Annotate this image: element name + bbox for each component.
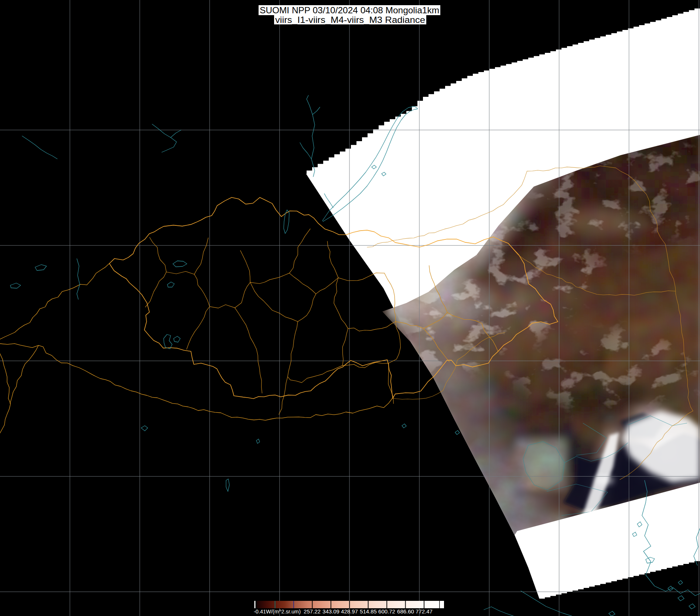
svg-text:SUOMI NPP 03/10/2024 04:08 Mon: SUOMI NPP 03/10/2024 04:08 Mongolia1km bbox=[260, 5, 439, 15]
svg-text:-0.41W/(m^2.sr.um): -0.41W/(m^2.sr.um) bbox=[254, 608, 301, 615]
svg-text:428.97: 428.97 bbox=[341, 608, 358, 615]
svg-text:viirs_I1-viirs_M4-viirs_M3 Rad: viirs_I1-viirs_M4-viirs_M3 Radiance bbox=[275, 15, 425, 25]
svg-text:772.47: 772.47 bbox=[416, 608, 433, 615]
svg-text:600.72: 600.72 bbox=[378, 608, 395, 615]
svg-text:686.60: 686.60 bbox=[397, 608, 414, 615]
svg-text:514.85: 514.85 bbox=[360, 608, 377, 615]
svg-text:257.22: 257.22 bbox=[304, 608, 321, 615]
svg-text:343.09: 343.09 bbox=[322, 608, 339, 615]
